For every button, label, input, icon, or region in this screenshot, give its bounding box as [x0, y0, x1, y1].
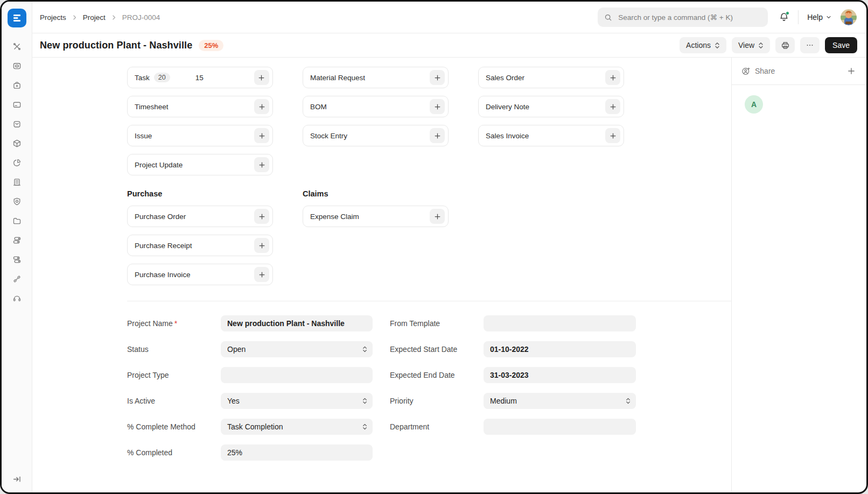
shopping-bag-icon[interactable]	[12, 119, 22, 129]
add-project-update-button[interactable]	[254, 157, 269, 172]
plus-icon	[433, 103, 442, 111]
add-bom-button[interactable]	[430, 99, 445, 114]
briefcase-icon[interactable]	[12, 81, 22, 90]
page-title: New production Plant - Nashville	[40, 40, 192, 51]
pie-chart-icon[interactable]	[12, 158, 22, 167]
integrations-icon[interactable]	[12, 274, 22, 284]
print-button[interactable]	[775, 37, 795, 53]
plus-icon	[433, 132, 442, 140]
help-menu[interactable]: Help	[807, 13, 832, 22]
expected-end-date-field[interactable]: 31-03-2023	[484, 367, 636, 383]
actions-button[interactable]: Actions	[680, 37, 726, 53]
priority-select[interactable]: Medium	[484, 393, 636, 409]
form-row-from-template: From Template	[390, 315, 636, 331]
task-card[interactable]: Task 20 15	[127, 67, 273, 88]
add-share-button[interactable]	[846, 66, 857, 76]
erpnext-logo-icon[interactable]	[8, 9, 26, 27]
status-label: Status	[127, 345, 221, 354]
sort-chevrons-icon	[758, 42, 764, 49]
view-button[interactable]: View	[732, 37, 770, 53]
shortcut-cards-grid: Task 20 15 Material Request Sales Order	[127, 67, 731, 175]
form-row-project-name: Project Name* New production Plant - Nas…	[127, 315, 373, 331]
add-stock-entry-button[interactable]	[430, 128, 445, 143]
complete-method-value: Task Completion	[227, 422, 283, 431]
breadcrumb-project[interactable]: Project	[83, 13, 106, 22]
add-timesheet-button[interactable]	[254, 99, 269, 114]
purchase-order-card[interactable]: Purchase Order	[127, 206, 273, 227]
add-delivery-note-button[interactable]	[605, 99, 620, 114]
project-update-card[interactable]: Project Update	[127, 154, 273, 175]
purchase-invoice-card[interactable]: Purchase Invoice	[127, 264, 273, 285]
expected-start-date-field[interactable]: 01-10-2022	[484, 341, 636, 357]
save-button[interactable]: Save	[825, 37, 857, 53]
asset-view-icon[interactable]	[12, 61, 22, 70]
from-template-field[interactable]	[484, 315, 636, 331]
add-sales-order-button[interactable]	[605, 70, 620, 85]
select-chevrons-icon	[626, 398, 631, 405]
add-issue-button[interactable]	[254, 128, 269, 143]
add-purchase-invoice-button[interactable]	[254, 267, 269, 282]
share-header: Share	[732, 58, 866, 85]
purchase-claims-grid: Purchase Order Purchase Receipt Purchase…	[127, 206, 731, 285]
expand-sidebar-icon[interactable]	[12, 475, 22, 484]
select-chevrons-icon	[362, 398, 367, 405]
form-left-column: Project Name* New production Plant - Nas…	[127, 315, 373, 461]
bom-card[interactable]: BOM	[303, 96, 449, 117]
plus-icon	[433, 74, 442, 82]
sales-invoice-label: Sales Invoice	[486, 132, 529, 140]
stock-entry-card[interactable]: Stock Entry	[303, 125, 449, 146]
folder-icon[interactable]	[12, 216, 22, 225]
is-active-select[interactable]: Yes	[221, 393, 373, 409]
stack-b-icon[interactable]	[12, 255, 22, 264]
add-purchase-receipt-button[interactable]	[254, 238, 269, 253]
percent-completed-label: % Completed	[127, 448, 221, 457]
building-icon[interactable]	[12, 178, 22, 187]
stack-a-icon[interactable]	[12, 236, 22, 245]
add-purchase-order-button[interactable]	[254, 209, 269, 224]
priority-value: Medium	[490, 397, 517, 405]
expense-claim-label: Expense Claim	[310, 213, 359, 221]
app-window: Projects Project PROJ-0004 Help	[0, 0, 868, 494]
delivery-note-card[interactable]: Delivery Note	[478, 96, 624, 117]
view-label: View	[738, 41, 754, 50]
expense-claim-card[interactable]: Expense Claim	[303, 206, 449, 227]
shared-user-avatar[interactable]: A	[745, 95, 763, 114]
breadcrumb-projects[interactable]: Projects	[40, 13, 66, 22]
more-options-button[interactable]	[800, 37, 820, 53]
title-actions: Actions View Save	[680, 37, 857, 53]
sales-order-card[interactable]: Sales Order	[478, 67, 624, 88]
task-label: Task 20	[135, 73, 170, 82]
complete-method-select[interactable]: Task Completion	[221, 419, 373, 435]
project-name-field[interactable]: New production Plant - Nashville	[221, 315, 373, 331]
tools-icon[interactable]	[12, 42, 22, 51]
share-panel: Share A	[731, 58, 866, 492]
notifications-bell-icon[interactable]	[779, 12, 789, 23]
material-request-card[interactable]: Material Request	[303, 67, 449, 88]
sales-invoice-card[interactable]: Sales Invoice	[478, 125, 624, 146]
global-search[interactable]	[598, 8, 768, 27]
search-input[interactable]	[617, 13, 761, 22]
plus-icon	[258, 161, 266, 169]
claims-cards: Expense Claim	[303, 206, 449, 285]
project-type-field[interactable]	[221, 367, 373, 383]
timesheet-card[interactable]: Timesheet	[127, 96, 273, 117]
credit-card-icon[interactable]	[12, 100, 22, 109]
add-task-button[interactable]	[254, 70, 269, 85]
stock-cube-icon[interactable]	[12, 139, 22, 148]
add-material-request-button[interactable]	[430, 70, 445, 85]
quality-shield-icon[interactable]	[12, 197, 22, 206]
department-field[interactable]	[484, 419, 636, 435]
percent-completed-field[interactable]: 25%	[221, 444, 373, 461]
material-request-label: Material Request	[310, 74, 365, 82]
user-avatar[interactable]	[841, 9, 857, 25]
main-area: Projects Project PROJ-0004 Help	[32, 2, 866, 492]
add-expense-claim-button[interactable]	[430, 209, 445, 224]
status-select[interactable]: Open	[221, 341, 373, 357]
purchase-receipt-card[interactable]: Purchase Receipt	[127, 235, 273, 256]
share-button[interactable]: Share	[741, 67, 775, 76]
headset-icon[interactable]	[12, 294, 22, 303]
status-value: Open	[227, 345, 246, 354]
issue-card[interactable]: Issue	[127, 125, 273, 146]
add-sales-invoice-button[interactable]	[605, 128, 620, 143]
project-type-label: Project Type	[127, 371, 221, 379]
